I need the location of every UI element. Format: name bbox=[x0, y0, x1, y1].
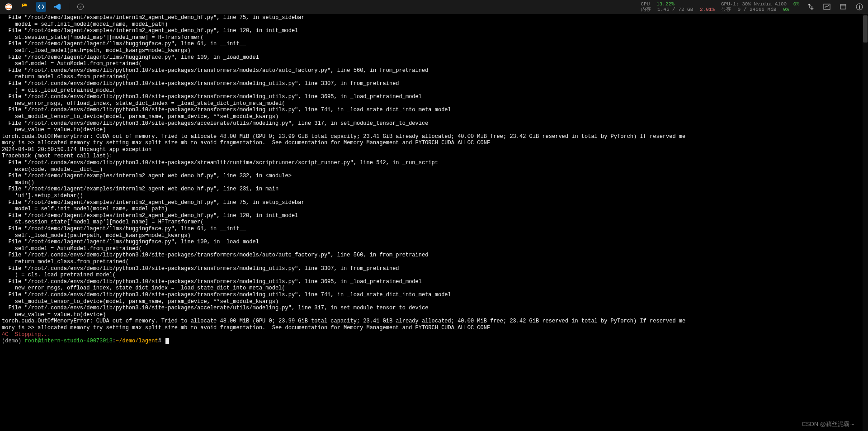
traceback-block: File "/root/demo/lagent/examples/internl… bbox=[2, 14, 866, 332]
terminal-output[interactable]: File "/root/demo/lagent/examples/internl… bbox=[0, 14, 868, 431]
arrows-icon[interactable] bbox=[806, 2, 816, 12]
cpu-pct: 13.22% bbox=[656, 1, 675, 7]
stopping-line: ^C Stopping... bbox=[2, 332, 51, 338]
code-icon[interactable] bbox=[36, 2, 46, 12]
cursor bbox=[165, 338, 169, 344]
prompt-hash: # bbox=[158, 338, 165, 344]
svg-point-2 bbox=[23, 4, 24, 5]
python-icon[interactable] bbox=[20, 2, 30, 12]
vram-pct: 0% bbox=[783, 7, 789, 12]
jupyter-icon[interactable] bbox=[4, 2, 14, 12]
svg-point-1 bbox=[10, 3, 11, 4]
graph-icon[interactable] bbox=[822, 2, 832, 12]
gpu-label: GPU-1: 30% Nvidia A100 bbox=[721, 1, 787, 7]
toolbar-left bbox=[4, 2, 85, 12]
gpu-stat: GPU-1: 30% Nvidia A100 0% 显存 0 / 24566 M… bbox=[721, 1, 799, 12]
svg-rect-8 bbox=[859, 6, 860, 9]
prompt-user: root@intern-studio-40073013 bbox=[24, 338, 112, 344]
scrollbar-thumb[interactable] bbox=[863, 15, 868, 43]
toolbar-right: CPU 13.22% 内存 1.45 / 72 GB 2.01% GPU-1: … bbox=[641, 1, 865, 12]
toolbar-separator bbox=[69, 3, 69, 11]
vscode-icon[interactable] bbox=[52, 2, 62, 12]
resource-stats: CPU 13.22% 内存 1.45 / 72 GB 2.01% GPU-1: … bbox=[641, 1, 800, 12]
mem-pct: 2.01% bbox=[700, 7, 715, 12]
vram-val: 0 / 24566 MiB bbox=[738, 7, 777, 12]
cpu-stat: CPU 13.22% 内存 1.45 / 72 GB 2.01% bbox=[641, 1, 715, 12]
prompt-path: ~/demo/lagent bbox=[116, 338, 158, 344]
watermark: CSDN @藕丝泥霸～ bbox=[802, 420, 855, 428]
prompt-env: (demo) bbox=[2, 338, 24, 344]
gpu-pct: 0% bbox=[793, 1, 799, 7]
mem-label: 内存 bbox=[641, 7, 651, 12]
prompt-colon: : bbox=[113, 338, 116, 344]
toolbar: CPU 13.22% 内存 1.45 / 72 GB 2.01% GPU-1: … bbox=[0, 0, 868, 14]
compass-icon[interactable] bbox=[75, 2, 85, 12]
box-icon[interactable] bbox=[838, 2, 848, 12]
svg-point-7 bbox=[859, 5, 860, 5]
scrollbar-track[interactable] bbox=[863, 14, 868, 431]
mem-val: 1.45 / 72 GB bbox=[657, 7, 693, 12]
svg-rect-5 bbox=[840, 5, 846, 9]
info-icon[interactable] bbox=[854, 2, 864, 12]
cpu-label: CPU bbox=[641, 1, 650, 7]
vram-label: 显存 bbox=[721, 7, 731, 12]
